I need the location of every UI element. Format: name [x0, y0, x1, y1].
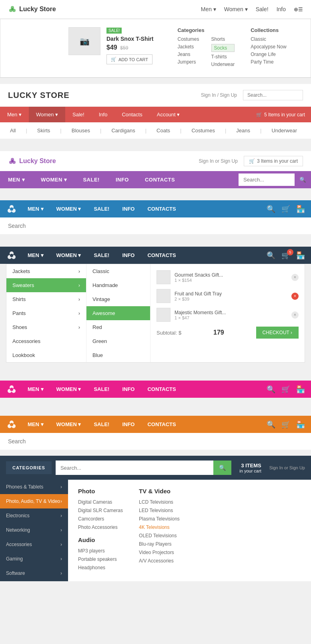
s7-men-link[interactable]: MEN ▾ — [21, 416, 50, 433]
s1-sale-link[interactable]: Sale! — [256, 6, 269, 12]
s5-menu-accessories[interactable]: Accessories — [6, 334, 86, 348]
s6-contacts-link[interactable]: CONTACTS — [141, 381, 182, 398]
s5-info-link[interactable]: INFO — [116, 247, 141, 264]
s5-menu-pants[interactable]: Pants› — [6, 306, 86, 320]
s2-sale-link[interactable]: Sale! — [65, 107, 92, 122]
s5-sub-green[interactable]: Green — [86, 334, 150, 348]
s5-men-link[interactable]: MEN ▾ — [21, 247, 50, 264]
s8-auth-links[interactable]: Sign In or Sign Up — [269, 465, 305, 470]
s7-search-icon-btn[interactable]: 🔍 — [267, 420, 275, 429]
s8-link-lcd[interactable]: LCD Televisions — [139, 499, 180, 505]
s5-menu-shoes[interactable]: Shoes› — [6, 320, 86, 334]
s1-cat-underwear[interactable]: Underwear — [211, 62, 235, 67]
s5-search-icon-btn[interactable]: 🔍 — [267, 251, 275, 260]
s6-men-link[interactable]: MEN ▾ — [21, 381, 50, 398]
s2-sub-costumes[interactable]: Costumes — [189, 126, 217, 135]
s6-sale-link[interactable]: SALE! — [87, 381, 116, 398]
s3-contacts-link[interactable]: CONTACTS — [137, 171, 183, 188]
s2-women-link[interactable]: Women ▾ — [29, 107, 65, 122]
s1-cat-jackets[interactable]: Jackets — [177, 44, 199, 50]
s5-cart-icon-btn[interactable]: 🛒5 — [281, 251, 290, 260]
s5-sale-link[interactable]: SALE! — [87, 247, 116, 264]
s2-sub-skirts[interactable]: Skirts — [35, 126, 52, 135]
s1-cat-jumpers[interactable]: Jumpers — [177, 59, 199, 65]
s4-store-icon-btn[interactable]: 🏪 — [296, 205, 305, 213]
s2-info-link[interactable]: Info — [92, 107, 115, 122]
s2-cart-info[interactable]: 🛒 5 Items in your cart — [250, 108, 311, 122]
s7-info-link[interactable]: INFO — [116, 416, 141, 433]
s5-sub-classic[interactable]: Classic — [86, 264, 150, 278]
s1-cat-jeans[interactable]: Jeans — [177, 52, 199, 57]
s5-menu-jackets[interactable]: Jackets› — [6, 264, 86, 278]
s8-link-mp3[interactable]: MP3 players — [78, 548, 123, 554]
s2-contacts-link[interactable]: Contacts — [114, 107, 149, 122]
s8-link-dslr[interactable]: Digital SLR Cameras — [78, 508, 123, 513]
s2-sub-underwear[interactable]: Underwear — [269, 126, 299, 135]
s8-link-4k[interactable]: 4K Televisions — [139, 524, 180, 530]
s4-contacts-link[interactable]: CONTACTS — [141, 200, 182, 217]
s1-user-link[interactable]: ⊕☰ — [294, 6, 303, 12]
s2-sub-jeans[interactable]: Jeans — [234, 126, 252, 135]
s8-link-led[interactable]: LED Televisions — [139, 508, 180, 513]
s1-col-classic[interactable]: Classic — [251, 36, 286, 42]
s5-sub-red[interactable]: Red — [86, 320, 150, 334]
s2-sub-cardigans[interactable]: Cardigans — [109, 126, 137, 135]
s2-sub-all[interactable]: All — [8, 126, 18, 135]
s8-search-submit-button[interactable]: 🔍 — [213, 461, 231, 475]
s6-search-icon-btn[interactable]: 🔍 — [267, 385, 275, 394]
s2-men-link[interactable]: Men ▾ — [0, 107, 29, 122]
s3-auth-links[interactable]: Sign In or Sign Up — [199, 158, 238, 164]
s8-link-camcorders[interactable]: Camcorders — [78, 516, 123, 522]
s8-link-projectors[interactable]: Video Projectors — [139, 550, 180, 555]
s5-sub-handmade[interactable]: Handmade — [86, 278, 150, 292]
s3-cart-badge[interactable]: 🛒 3 Items in your cart — [244, 156, 303, 166]
s4-info-link[interactable]: INFO — [116, 200, 141, 217]
s5-checkout-button[interactable]: CHECKOUT › — [256, 327, 299, 339]
s7-sale-link[interactable]: SALE! — [87, 416, 116, 433]
s6-info-link[interactable]: INFO — [116, 381, 141, 398]
s8-cat-phones[interactable]: Phones & Tablets› — [0, 480, 68, 494]
s8-cat-accessories[interactable]: Accessories› — [0, 537, 68, 552]
s8-cat-electronics[interactable]: Electronics› — [0, 508, 68, 523]
s5-cart-remove-3[interactable]: × — [291, 311, 299, 319]
s5-menu-lookbook[interactable]: Lookbook — [6, 348, 86, 362]
s1-cat-socks[interactable]: Socks — [211, 44, 235, 52]
s1-col-party[interactable]: Party Time — [251, 59, 286, 65]
s8-cat-photo-audio[interactable]: Photo, Audio, TV & Video› — [0, 494, 68, 508]
s1-men-link[interactable]: Men ▾ — [201, 6, 216, 12]
s7-cart-icon-btn[interactable]: 🛒 — [281, 420, 290, 429]
s3-search-button[interactable]: 🔍 — [295, 173, 311, 186]
s8-link-speakers[interactable]: Portable speakers — [78, 556, 123, 562]
s3-info-link[interactable]: INFO — [108, 171, 137, 188]
s8-link-plasma[interactable]: Plasma Televisions — [139, 516, 180, 522]
s5-menu-shirts[interactable]: Shirts› — [6, 292, 86, 306]
s4-search-icon-btn[interactable]: 🔍 — [267, 205, 275, 213]
s5-cart-remove-2[interactable]: × — [291, 293, 299, 300]
s6-store-icon-btn[interactable]: 🏪 — [296, 385, 305, 394]
s2-sub-coats[interactable]: Coats — [154, 126, 172, 135]
s8-categories-button[interactable]: CATEGORIES — [6, 461, 52, 474]
s4-men-link[interactable]: MEN ▾ — [21, 200, 50, 217]
s5-sub-vintage[interactable]: Vintage — [86, 292, 150, 306]
s1-info-link[interactable]: Info — [277, 6, 286, 12]
s5-women-link[interactable]: WOMEN ▾ — [50, 247, 88, 264]
s7-contacts-link[interactable]: CONTACTS — [141, 416, 182, 433]
s4-search-input[interactable] — [8, 223, 303, 229]
s8-link-photo-accessories[interactable]: Photo Accessories — [78, 524, 123, 530]
s8-search-input[interactable] — [56, 461, 213, 475]
s4-sale-link[interactable]: SALE! — [87, 200, 116, 217]
s6-cart-icon-btn[interactable]: 🛒 — [281, 385, 290, 394]
s8-link-oled[interactable]: OLED Televisions — [139, 533, 180, 538]
s1-cat-shorts[interactable]: Shorts — [211, 36, 235, 42]
s4-women-link[interactable]: WOMEN ▾ — [50, 200, 88, 217]
s8-link-digital-cameras[interactable]: Digital Cameras — [78, 499, 123, 505]
s5-cart-remove-1[interactable]: × — [291, 274, 299, 281]
s1-add-to-cart-button[interactable]: 🛒 ADD TO CART — [106, 54, 152, 64]
s5-menu-sweaters[interactable]: Sweaters› — [6, 278, 86, 292]
s2-account-link[interactable]: Account ▾ — [150, 107, 187, 122]
s1-col-orange[interactable]: Orange Life — [251, 52, 286, 57]
s8-cat-networking[interactable]: Networking› — [0, 523, 68, 537]
s8-link-av[interactable]: A/V Accessories — [139, 558, 180, 564]
s8-link-headphones[interactable]: Headphones — [78, 565, 123, 570]
s7-women-link[interactable]: WOMEN ▾ — [50, 416, 88, 433]
